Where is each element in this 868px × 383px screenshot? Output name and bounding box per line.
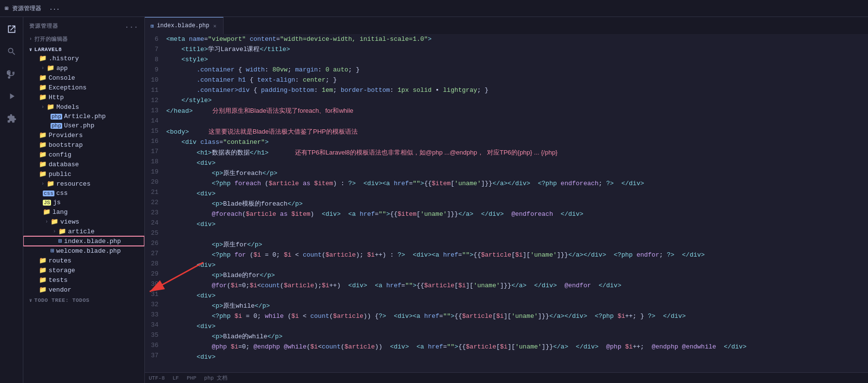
explorer-icon[interactable] <box>3 21 20 37</box>
tree-item-js[interactable]: JS js <box>23 198 144 207</box>
folder-icon-article: 📁 <box>58 227 66 235</box>
tree-item-resources[interactable]: › 📁 resources <box>23 179 144 189</box>
extensions-icon[interactable] <box>3 110 20 127</box>
tree-item-public[interactable]: 📁 public <box>23 169 144 179</box>
code-line-7: <title>学习Laravel课程</title> <box>166 44 868 54</box>
tree-item-routes[interactable]: 📁 routes <box>23 256 144 265</box>
tree-item-welcome-blade[interactable]: ⊞ welcome.blade.php <box>23 246 144 256</box>
sidebar-more-button[interactable]: ... <box>125 22 139 30</box>
code-line-15: <body>这里要说法就是Blade语法极大借鉴了PHP的模板语法 <box>166 126 868 137</box>
folder-icon-providers: 📁 <box>39 131 47 139</box>
tab-label: index.blade.php <box>157 22 209 29</box>
line-number-17: 17 <box>149 146 158 157</box>
line-numbers: 6789101112131415161718192021222324252627… <box>145 34 164 372</box>
code-line-8: <style> <box>166 54 868 65</box>
tree-item-models[interactable]: › 📁 Models <box>23 102 144 112</box>
tree-item-providers[interactable]: 📁 Providers <box>23 130 144 140</box>
sidebar-title: 资源管理器 <box>29 22 58 30</box>
code-line-31: <div> <box>166 291 868 301</box>
tree-label-welcome-blade: welcome.blade.php <box>56 247 121 255</box>
line-number-8: 8 <box>149 54 158 65</box>
status-bar: UTF-8 LF PHP php 文档 <box>145 372 868 383</box>
tree-item-article-folder[interactable]: › 📁 article <box>23 226 144 236</box>
tree-item-tests[interactable]: 📁 tests <box>23 275 144 285</box>
status-line-ending: LF <box>173 375 179 381</box>
title-bar-more[interactable]: ... <box>49 5 60 12</box>
folder-icon-tests: 📁 <box>39 276 47 284</box>
line-number-22: 22 <box>149 197 158 208</box>
tree-item-exceptions[interactable]: 📁 Exceptions <box>23 83 144 92</box>
tree-item-vendor[interactable]: 📁 vendor <box>23 285 144 295</box>
git-icon[interactable] <box>3 66 20 82</box>
tree-label-routes: routes <box>49 257 71 264</box>
code-lines: <meta name="viewport" content="width=dev… <box>164 34 868 372</box>
sidebar-content: › 打开的编辑器 ∨ LARAVEL8 📁 .history › 📁 app <box>23 33 144 383</box>
section-open-editors[interactable]: › 打开的编辑器 <box>23 33 144 44</box>
tree-item-history[interactable]: 📁 .history <box>23 53 144 63</box>
tree-label-article-php: Article.php <box>64 113 106 120</box>
annotation-text-17: 还有TP6和Laravel8的模板语法也非常相似，如@php ...@endph… <box>288 149 558 156</box>
tree-label-config: config <box>49 151 71 158</box>
section-todo-tree[interactable]: ∨ TODO TREE: TODOS <box>23 295 144 304</box>
tree-item-bootstrap[interactable]: 📁 bootstrap <box>23 140 144 150</box>
folder-icon-models: 📁 <box>47 103 54 111</box>
tab-close-button[interactable]: ✕ <box>212 22 218 30</box>
tree-item-config[interactable]: 📁 config <box>23 150 144 159</box>
line-number-28: 28 <box>149 259 158 269</box>
line-number-35: 35 <box>149 330 158 340</box>
code-line-33: <?php $i = 0; while ($i < count($article… <box>166 311 868 321</box>
tree-item-app[interactable]: › 📁 app <box>23 63 144 73</box>
code-line-34: <div> <box>166 321 868 331</box>
line-number-34: 34 <box>149 320 158 330</box>
arrow-app: › <box>39 66 47 71</box>
tree-item-database[interactable]: 📁 database <box>23 159 144 169</box>
section-laravel8[interactable]: ∨ LARAVEL8 <box>23 44 144 53</box>
tree-item-storage[interactable]: 📁 storage <box>23 265 144 275</box>
tab-index-blade[interactable]: ⊞ index.blade.php ✕ <box>145 17 224 34</box>
line-number-18: 18 <box>149 157 158 167</box>
line-number-9: 9 <box>149 65 158 75</box>
arrow-article: › <box>51 229 58 234</box>
tree-label-database: database <box>49 161 79 168</box>
folder-icon-config: 📁 <box>39 151 47 158</box>
code-line-30: @for($i=0;$i<count($article);$i++) <div>… <box>166 280 868 291</box>
search-icon[interactable] <box>3 43 20 60</box>
title-bar-content: ⊞ 资源管理器 ... <box>5 4 60 13</box>
folder-icon-public: 📁 <box>39 170 47 178</box>
tree-label-app: app <box>56 65 68 72</box>
tree-item-css[interactable]: css css <box>23 189 144 198</box>
line-number-31: 31 <box>149 289 158 299</box>
tree-item-lang[interactable]: 📁 lang <box>23 207 144 217</box>
title-bar: ⊞ 资源管理器 ... <box>0 0 868 17</box>
code-container[interactable]: 6789101112131415161718192021222324252627… <box>145 34 868 372</box>
line-number-26: 26 <box>149 238 158 248</box>
line-number-12: 12 <box>149 95 158 105</box>
tree-item-article-php[interactable]: php Article.php <box>23 112 144 121</box>
code-line-36: @php $i=0; @endphp @while($i<count($arti… <box>166 342 868 352</box>
tree-label-http: Http <box>49 94 64 101</box>
code-line-21: <div> <box>166 189 868 199</box>
folder-icon-database: 📁 <box>39 160 47 168</box>
tree-label-user-php: User.php <box>64 122 94 129</box>
sidebar: 资源管理器 ... › 打开的编辑器 ∨ LARAVEL8 📁 .history <box>23 17 145 383</box>
code-line-13: </head>分别用原生和Blade语法实现了foreach、for和while <box>166 105 868 116</box>
status-language: PHP <box>187 375 196 381</box>
tree-item-console[interactable]: 📁 Console <box>23 73 144 83</box>
tree-label-tests: tests <box>49 277 68 284</box>
tree-label-css: css <box>56 190 68 197</box>
code-line-6: <meta name="viewport" content="width=dev… <box>166 34 868 44</box>
sidebar-header: 资源管理器 ... <box>23 17 144 33</box>
code-line-28: <div> <box>166 260 868 270</box>
debug-icon[interactable] <box>3 88 20 104</box>
tree-item-views[interactable]: › 📁 views <box>23 217 144 226</box>
tree-label-history: .history <box>49 55 79 62</box>
line-number-10: 10 <box>149 75 158 85</box>
code-line-32: <p>原生while</p> <box>166 301 868 311</box>
title-bar-title: 资源管理器 <box>12 4 41 13</box>
tree-item-user-php[interactable]: php User.php <box>23 121 144 130</box>
code-line-11: .container>div { padding-bottom: 1em; bo… <box>166 85 868 95</box>
code-line-37: <div> <box>166 352 868 362</box>
tree-item-index-blade[interactable]: ⊞ index.blade.php <box>23 236 144 246</box>
tree-label-js: js <box>53 199 61 206</box>
tree-item-http[interactable]: 📁 Http <box>23 92 144 102</box>
